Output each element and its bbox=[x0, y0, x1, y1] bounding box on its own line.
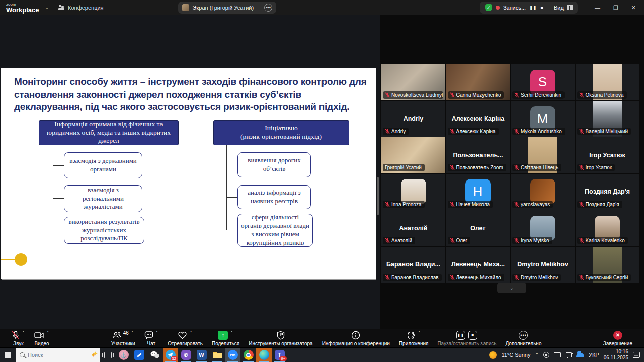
taskbar-app-word[interactable]: W bbox=[194, 348, 209, 362]
chevron-up-icon[interactable]: ⌃ bbox=[418, 331, 421, 335]
participant-tile[interactable]: Алексеюк КарінаАлексеюк Каріна bbox=[446, 101, 510, 137]
tray-record-icon[interactable] bbox=[543, 352, 549, 358]
taskbar-app-edge[interactable] bbox=[256, 348, 272, 362]
participant-tile[interactable]: ОлегОлег bbox=[446, 210, 510, 246]
pause-stop-record-button[interactable]: ❚❚ ■ Пауза/остановить запись bbox=[433, 331, 501, 346]
taskbar-app-teams[interactable]: T 9+ bbox=[272, 348, 287, 362]
minimize-button[interactable]: — bbox=[595, 5, 600, 11]
tab-more-icon[interactable]: ••• bbox=[264, 4, 272, 12]
participant-tile[interactable]: Пользователь...Пользователь Zoom bbox=[446, 137, 510, 173]
stop-recording-icon[interactable]: ■ bbox=[541, 5, 543, 10]
slide-accent-dot bbox=[15, 253, 27, 266]
chevron-up-icon[interactable]: ⌃ bbox=[131, 331, 134, 335]
audio-button[interactable]: ⌃ Звук bbox=[7, 331, 30, 346]
start-button[interactable] bbox=[0, 348, 16, 362]
chevron-up-icon[interactable]: ⌃ bbox=[230, 331, 233, 335]
participant-tile[interactable]: Oksana Petinova bbox=[576, 64, 639, 100]
clock[interactable]: 10:16 06.11.2025 bbox=[604, 349, 628, 361]
participant-tile[interactable]: AndriyAndriy bbox=[381, 101, 445, 137]
tray-display-icon[interactable] bbox=[554, 352, 561, 357]
participant-tile[interactable]: Ігор УсатюкІгор Усатюк bbox=[576, 137, 639, 173]
chevron-up-icon[interactable]: ⌃ bbox=[46, 331, 50, 335]
share-button[interactable]: ↑ ⌃ Поделиться bbox=[207, 331, 244, 346]
participant-tile[interactable]: Левенець Миха...Левенець Михайло bbox=[446, 247, 510, 283]
video-button[interactable]: ⌃ Видео bbox=[30, 331, 54, 346]
participant-tile[interactable]: Ganna Muzychenko bbox=[446, 64, 510, 100]
participant-tile[interactable]: Karina Kovalenko bbox=[576, 210, 639, 246]
participant-name-label: Начев Микола bbox=[448, 201, 493, 208]
chat-button[interactable]: ⌃ Чат bbox=[140, 331, 164, 346]
tray-expand-icon[interactable]: ⌃ bbox=[535, 352, 539, 357]
stop-record-icon[interactable]: ■ bbox=[468, 331, 477, 340]
participant-tile[interactable]: MMykola Andrushko bbox=[511, 101, 575, 137]
participant-tile[interactable]: Iryna Mytsko bbox=[511, 210, 575, 246]
end-meeting-button[interactable]: ✕ Завершение bbox=[599, 331, 637, 346]
participant-name-text: Novoskoltseva Liudmyla bbox=[391, 92, 443, 98]
participant-name-label: Dmytro Melikhov bbox=[512, 274, 561, 281]
participant-tile[interactable]: Баранов Влади...Баранов Владислав bbox=[381, 247, 445, 283]
tab-screen-share[interactable]: Экран (Григорій Усатий) ••• bbox=[178, 2, 277, 14]
participant-name-text: Serhii Dereviankin bbox=[521, 92, 561, 98]
pause-record-icon[interactable]: ❚❚ bbox=[456, 331, 465, 340]
recording-label: Запись... bbox=[503, 5, 526, 11]
participant-tile[interactable]: Валерій Мініцький bbox=[576, 101, 639, 137]
chevron-up-icon[interactable]: ⌃ bbox=[155, 331, 159, 335]
apps-button[interactable]: ⌃ Приложения bbox=[394, 331, 433, 346]
participant-tile[interactable]: SSerhii Dereviankin bbox=[511, 64, 575, 100]
participant-tile[interactable]: yaroslavayas bbox=[511, 174, 575, 210]
tray-network-icon[interactable] bbox=[566, 352, 572, 357]
host-tools-button[interactable]: Инструменты организатора bbox=[244, 331, 317, 346]
gallery-more-button[interactable]: ⌄ bbox=[497, 283, 526, 293]
pause-recording-icon[interactable]: ❚❚ bbox=[529, 6, 537, 10]
record-pause-label: Пауза/остановить запись bbox=[437, 341, 496, 346]
participant-tile[interactable]: АнатолійАнатолій bbox=[381, 210, 445, 246]
onedrive-icon[interactable] bbox=[576, 353, 584, 357]
participant-name-text: Левенець Михайло bbox=[456, 275, 501, 280]
participant-tile[interactable]: Поздняя Дар'яПоздняя Дар'я bbox=[576, 174, 639, 210]
taskbar-app-telegram[interactable]: 52 bbox=[163, 348, 178, 362]
security-shield-icon[interactable]: ✓ bbox=[485, 4, 492, 11]
more-button[interactable]: ••• Дополнительно bbox=[501, 331, 546, 346]
participant-name-text: Karina Kovalenko bbox=[586, 238, 625, 243]
taskbar-app-zoom[interactable]: zm bbox=[225, 348, 240, 362]
participant-tile[interactable]: Світлана Швець bbox=[511, 137, 575, 173]
participant-tile[interactable]: Novoskoltseva Liudmyla bbox=[381, 64, 445, 100]
view-button[interactable]: Вид bbox=[554, 5, 573, 11]
language-indicator[interactable]: УКР bbox=[589, 352, 599, 358]
participant-tile[interactable]: Буковський Сергій bbox=[576, 247, 639, 283]
file-explorer-icon bbox=[212, 351, 222, 359]
participant-tile[interactable]: Григорій Усатий bbox=[381, 137, 445, 173]
taskbar-app-explorer[interactable] bbox=[209, 348, 225, 362]
tab-meeting[interactable]: Конференция bbox=[54, 3, 107, 13]
participant-name-text: Andriy bbox=[391, 129, 406, 134]
search-box[interactable]: ✦ bbox=[16, 348, 100, 362]
participant-tile[interactable]: Dmytro MelikhovDmytro Melikhov bbox=[511, 247, 575, 283]
close-button[interactable]: ✕ bbox=[631, 5, 636, 11]
participant-name-text: Начев Микола bbox=[456, 202, 490, 207]
react-button[interactable]: ⌃ Отреагировать bbox=[163, 331, 207, 346]
zoom-workplace-window: zoom Workplace ⌄ Конференция Экран (Григ… bbox=[0, 0, 644, 362]
taskbar-app-wechat[interactable] bbox=[147, 348, 163, 362]
maximize-button[interactable]: ❐ bbox=[613, 5, 618, 11]
participant-name-label: Поздняя Дар'я bbox=[577, 201, 622, 208]
participant-tile[interactable]: Inna Pronoza bbox=[381, 174, 445, 210]
chevron-up-icon[interactable]: ⌃ bbox=[22, 331, 25, 335]
participant-tile[interactable]: HНачев Микола bbox=[446, 174, 510, 210]
taskbar-app-viber[interactable]: ✆ bbox=[178, 348, 194, 362]
org-chart-item: сфери діяльності органів державної влади… bbox=[237, 214, 313, 247]
action-center-icon[interactable] bbox=[633, 352, 640, 358]
chevron-up-icon[interactable]: ⌃ bbox=[189, 331, 193, 335]
participants-count: 46 bbox=[123, 331, 129, 336]
taskbar-app-scanner[interactable] bbox=[131, 348, 147, 362]
chevron-down-icon[interactable]: ⌄ bbox=[45, 5, 49, 10]
org-chart-left-header: Інформація отримана від фізичних та юрид… bbox=[39, 120, 179, 145]
taskbar-app-brain[interactable]: ⚓ bbox=[116, 348, 131, 362]
task-view-button[interactable] bbox=[100, 348, 116, 362]
meeting-info-label: Информация о конференции bbox=[322, 341, 390, 346]
participants-button[interactable]: 46 ⌃ Участники bbox=[107, 331, 140, 346]
search-input[interactable] bbox=[28, 352, 71, 358]
scrollbar[interactable] bbox=[377, 177, 379, 215]
taskbar-app-chrome[interactable] bbox=[240, 348, 256, 362]
meeting-info-button[interactable]: Информация о конференции bbox=[317, 331, 394, 346]
weather-text[interactable]: 11°C Sunny bbox=[501, 352, 530, 358]
